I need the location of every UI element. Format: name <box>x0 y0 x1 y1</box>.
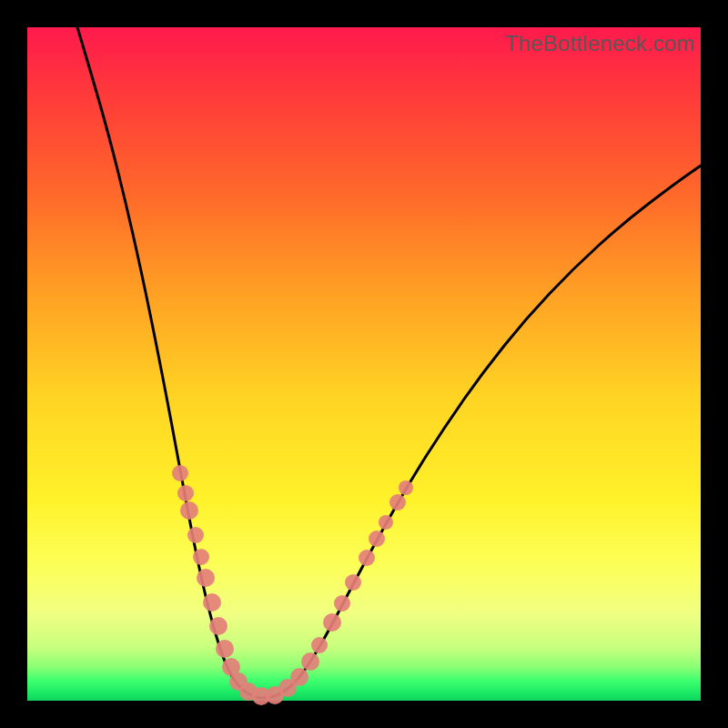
bead-group <box>172 465 413 705</box>
bead <box>369 531 385 547</box>
bead <box>389 494 406 511</box>
bead <box>177 485 194 501</box>
bead <box>197 569 215 587</box>
bead <box>203 593 221 612</box>
chart-panel: TheBottleneck.com <box>27 27 701 701</box>
chart-container: TheBottleneck.com <box>0 0 728 728</box>
bead <box>334 595 350 612</box>
chart-svg <box>27 27 701 701</box>
bead <box>379 515 393 530</box>
bead <box>323 613 341 632</box>
bead <box>359 550 375 566</box>
bead <box>311 637 328 653</box>
curve-line <box>77 27 701 698</box>
bead <box>216 640 234 658</box>
watermark-text: TheBottleneck.com <box>505 31 695 56</box>
bead <box>172 465 188 481</box>
bead <box>290 668 308 686</box>
bead <box>209 617 228 635</box>
bead <box>301 652 319 671</box>
bead <box>180 501 198 520</box>
bead <box>187 527 204 543</box>
bead <box>193 549 209 565</box>
bead <box>399 480 413 495</box>
bead <box>345 574 361 591</box>
